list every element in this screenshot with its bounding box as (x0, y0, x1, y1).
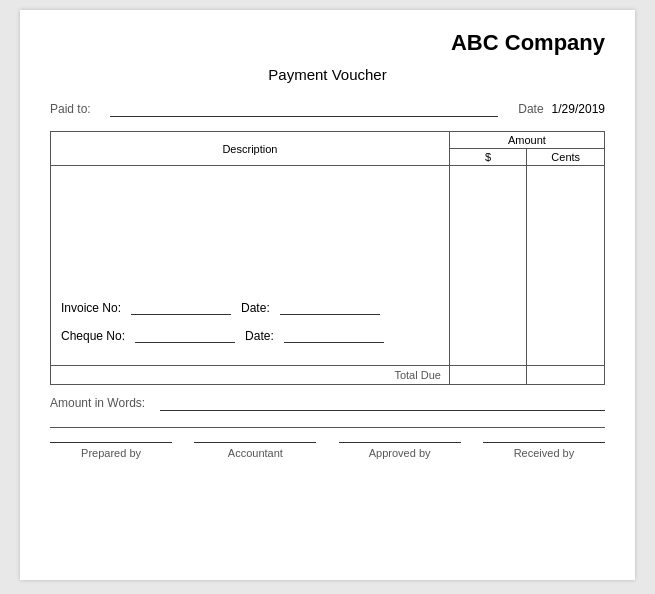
received-by-line (483, 442, 605, 443)
accountant-label: Accountant (228, 447, 283, 459)
dollar-subheader: $ (449, 149, 527, 166)
invoice-no-label: Invoice No: (61, 301, 121, 315)
invoice-date-label: Date: (241, 301, 270, 315)
dollar-cell (449, 166, 527, 366)
amount-header: Amount (449, 132, 604, 149)
signatures-row: Prepared by Accountant Approved by Recei… (50, 442, 605, 459)
total-row: Total Due (51, 366, 605, 385)
invoice-no-field[interactable] (131, 301, 231, 315)
cheque-no-label: Cheque No: (61, 329, 125, 343)
paid-to-label: Paid to: (50, 102, 110, 116)
description-cell: Invoice No: Date: Cheque No: Date: (51, 166, 450, 366)
cheque-date-field[interactable] (284, 329, 384, 343)
invoice-date-field[interactable] (280, 301, 380, 315)
cheque-no-field[interactable] (135, 329, 235, 343)
prepared-by-label: Prepared by (81, 447, 141, 459)
prepared-by-line (50, 442, 172, 443)
approved-by-sig: Approved by (339, 442, 461, 459)
total-dollar-cell (449, 366, 527, 385)
total-due-label: Total Due (51, 366, 450, 385)
cents-subheader: Cents (527, 149, 605, 166)
approved-by-label: Approved by (369, 447, 431, 459)
description-header: Description (51, 132, 450, 166)
cents-cell (527, 166, 605, 366)
amount-in-words-row: Amount in Words: (50, 395, 605, 411)
amount-in-words-field[interactable] (160, 395, 605, 411)
date-label: Date (518, 102, 543, 116)
paid-to-field[interactable] (110, 101, 498, 117)
amount-in-words-label: Amount in Words: (50, 396, 160, 410)
cheque-date-label: Date: (245, 329, 274, 343)
received-by-label: Received by (514, 447, 575, 459)
page: ABC Company Payment Voucher Paid to: Dat… (20, 10, 635, 580)
prepared-by-sig: Prepared by (50, 442, 172, 459)
body-row: Invoice No: Date: Cheque No: Date: (51, 166, 605, 366)
approved-by-line (339, 442, 461, 443)
total-cents-cell (527, 366, 605, 385)
separator-line (50, 427, 605, 428)
accountant-sig: Accountant (194, 442, 316, 459)
received-by-sig: Received by (483, 442, 605, 459)
date-value: 1/29/2019 (552, 102, 605, 116)
main-table: Description Amount $ Cents Invoice No: D… (50, 131, 605, 385)
voucher-title: Payment Voucher (50, 66, 605, 83)
invoice-line: Invoice No: Date: (61, 301, 439, 315)
paid-to-row: Paid to: Date 1/29/2019 (50, 101, 605, 117)
company-name: ABC Company (50, 30, 605, 56)
cheque-line: Cheque No: Date: (61, 329, 439, 343)
accountant-line (194, 442, 316, 443)
